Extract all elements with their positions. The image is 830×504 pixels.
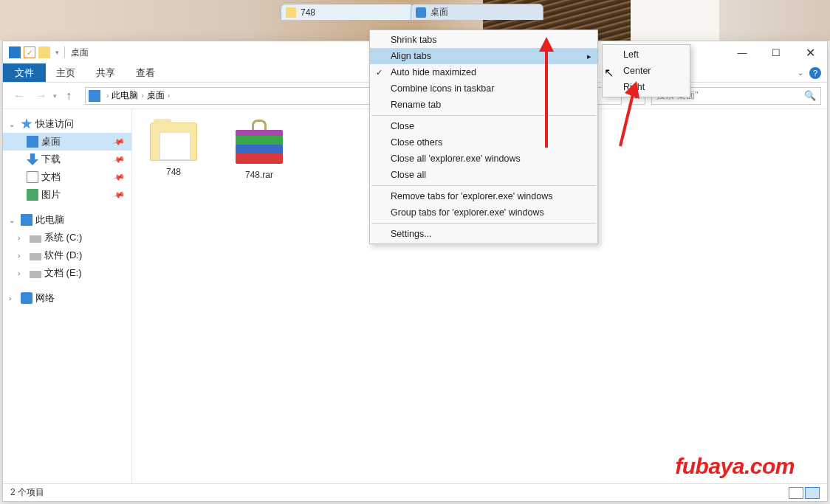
sidebar-downloads[interactable]: 下载 📌 (3, 151, 131, 168)
menu-combine-icons[interactable]: Combine icons in taskbar (370, 80, 597, 97)
separator (64, 46, 65, 58)
tree-label: 下载 (41, 153, 61, 166)
file-item-rar[interactable]: 748.rar (224, 122, 295, 180)
tree-label: 系统 (C:) (44, 231, 82, 244)
chevron-down-icon[interactable]: ⌄ (9, 216, 18, 224)
sidebar-drive-d[interactable]: › 软件 (D:) (3, 246, 131, 264)
menu-close-all-exe[interactable]: Close all 'explorer.exe' windows (370, 151, 597, 167)
breadcrumb-separator: › (141, 92, 143, 100)
search-icon: 🔍 (804, 90, 816, 101)
sidebar-documents[interactable]: 文档 📌 (3, 168, 131, 186)
file-item-folder[interactable]: 748 (138, 122, 209, 177)
sidebar-quick-access[interactable]: ⌄ 快速访问 (3, 115, 131, 133)
up-button[interactable]: ↑ (58, 86, 79, 106)
tab-label: 748 (301, 7, 315, 18)
history-dropdown-icon[interactable]: ▾ (53, 92, 57, 100)
breadcrumb-part[interactable]: 桌面 (147, 89, 165, 102)
help-icon[interactable]: ? (809, 67, 821, 79)
monitor-icon (89, 90, 100, 102)
icons-view-button[interactable] (805, 487, 820, 499)
tree-label: 软件 (D:) (44, 249, 82, 262)
close-button[interactable]: ✕ (793, 41, 827, 63)
forward-button[interactable]: → (31, 86, 52, 106)
desktop-background-detail (631, 0, 719, 41)
status-bar: 2 个项目 (3, 483, 827, 501)
tab-desktop[interactable]: 桌面 (411, 4, 543, 20)
back-button[interactable]: ← (9, 86, 30, 106)
menu-separator (371, 115, 596, 116)
sidebar-drive-c[interactable]: › 系统 (C:) (3, 229, 131, 246)
pin-icon: 📌 (112, 135, 126, 148)
menu-settings[interactable]: Settings... (370, 226, 597, 242)
item-count: 2 个项目 (10, 486, 44, 499)
submenu-center[interactable]: Center (603, 63, 690, 79)
chevron-right-icon[interactable]: › (18, 234, 27, 242)
tree-label: 文档 (41, 170, 61, 184)
minimize-button[interactable]: — (725, 41, 759, 63)
tab-748[interactable]: 748 (281, 4, 414, 20)
chevron-right-icon[interactable]: › (18, 252, 27, 260)
tab-label: 桌面 (431, 6, 448, 18)
menu-shrink-tabs[interactable]: Shrink tabs (370, 32, 597, 48)
rar-icon (236, 122, 283, 164)
menu-align-tabs[interactable]: Align tabs (370, 48, 597, 64)
system-icon[interactable] (9, 46, 21, 58)
menu-rename-tab[interactable]: Rename tab (370, 97, 597, 113)
pin-icon: 📌 (112, 153, 126, 166)
tree-label: 桌面 (41, 135, 61, 148)
chevron-right-icon[interactable]: › (18, 269, 27, 277)
file-name: 748 (138, 167, 209, 177)
ribbon-tab-view[interactable]: 查看 (126, 63, 165, 82)
menu-auto-hide[interactable]: Auto hide maximized (370, 64, 597, 80)
file-menu[interactable]: 文件 (3, 63, 46, 82)
properties-icon[interactable] (24, 46, 35, 58)
chevron-down-icon[interactable]: ⌄ (9, 120, 18, 128)
view-mode-switcher (789, 487, 820, 499)
expand-ribbon-icon[interactable]: ⌄ (798, 69, 803, 77)
tree-label: 快速访问 (35, 117, 74, 131)
menu-group-tabs[interactable]: Group tabs for 'explorer.exe' windows (370, 204, 597, 221)
chevron-right-icon[interactable]: › (9, 294, 18, 303)
monitor-icon (27, 136, 38, 148)
submenu-right[interactable]: Right (603, 79, 690, 95)
breadcrumb-separator: › (106, 92, 109, 100)
sidebar-pictures[interactable]: 图片 📌 (3, 186, 131, 204)
window-controls: — ☐ ✕ (725, 41, 827, 63)
folder-icon (286, 7, 296, 18)
menu-close[interactable]: Close (370, 118, 597, 134)
context-menu: Shrink tabs Align tabs Auto hide maximiz… (369, 30, 598, 244)
folder-icon (150, 122, 197, 161)
document-icon (27, 171, 38, 183)
download-icon (27, 153, 38, 165)
sidebar: ⌄ 快速访问 桌面 📌 下载 📌 文档 📌 图片 (3, 109, 132, 483)
breadcrumb-part[interactable]: 此电脑 (112, 89, 138, 102)
sidebar-this-pc[interactable]: ⌄ 此电脑 (3, 211, 131, 229)
sidebar-desktop[interactable]: 桌面 📌 (3, 133, 131, 151)
breadcrumb-separator: › (168, 92, 170, 100)
details-view-button[interactable] (789, 487, 803, 499)
tree-label: 图片 (41, 188, 61, 201)
dropdown-icon[interactable]: ▾ (55, 49, 59, 56)
drive-icon (30, 271, 41, 278)
drive-icon (30, 235, 41, 243)
menu-separator (371, 185, 596, 186)
monitor-icon (21, 214, 32, 226)
sidebar-drive-e[interactable]: › 文档 (E:) (3, 264, 131, 282)
ribbon-tab-share[interactable]: 共享 (86, 63, 126, 82)
submenu-align: Left Center Right (602, 44, 690, 97)
menu-close-all[interactable]: Close all (370, 167, 597, 183)
pictures-icon (27, 189, 38, 201)
menu-close-others[interactable]: Close others (370, 134, 597, 151)
sidebar-network[interactable]: › 网络 (3, 289, 131, 307)
network-icon (21, 292, 32, 304)
ribbon-right: ⌄ ? (798, 63, 827, 82)
star-icon (21, 118, 32, 130)
menu-remove-tabs[interactable]: Remove tabs for 'explorer.exe' windows (370, 188, 597, 204)
ribbon-tab-home[interactable]: 主页 (46, 63, 86, 82)
folder-icon[interactable] (38, 46, 50, 58)
drive-icon (30, 253, 41, 260)
pin-icon: 📌 (112, 188, 126, 201)
maximize-button[interactable]: ☐ (759, 41, 793, 63)
menu-separator (371, 223, 596, 224)
submenu-left[interactable]: Left (603, 46, 690, 63)
